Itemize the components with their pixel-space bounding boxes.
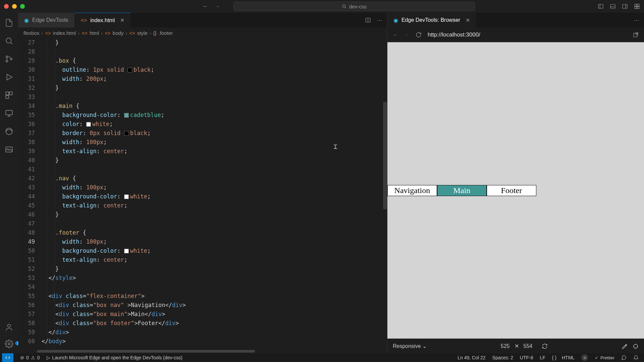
layout-panel-left-icon[interactable]: [598, 3, 604, 9]
code-line[interactable]: 45 text-align: center;: [18, 201, 387, 210]
viewport-height[interactable]: 554: [524, 343, 533, 349]
eyedropper-icon[interactable]: [622, 343, 628, 349]
code-line[interactable]: 31 width: 200px;: [18, 74, 387, 83]
breadcrumb-item[interactable]: .footer: [159, 30, 173, 36]
feedback-icon[interactable]: [618, 354, 630, 361]
breadcrumb-item[interactable]: style: [137, 30, 148, 36]
language-status[interactable]: { } HTML: [549, 354, 578, 361]
remote-explorer-icon[interactable]: [4, 109, 14, 118]
cursor-position[interactable]: Ln 49, Col 22: [454, 354, 489, 361]
code-line[interactable]: 34 .main {: [18, 102, 387, 111]
window-controls: [4, 4, 25, 9]
code-line[interactable]: 54: [18, 283, 387, 292]
code-line[interactable]: 55 <div class="flex-container">: [18, 292, 387, 301]
viewport-width[interactable]: 525: [501, 343, 510, 349]
code-line[interactable]: 49 width: 100px;: [18, 237, 387, 246]
run-debug-icon[interactable]: [4, 72, 14, 82]
notifications-icon[interactable]: [630, 354, 642, 361]
code-line[interactable]: 35 background-color: cadetblue;: [18, 111, 387, 120]
open-external-icon[interactable]: [633, 32, 639, 38]
layout-panel-bottom-icon[interactable]: [610, 3, 616, 9]
explorer-icon[interactable]: [4, 18, 14, 27]
more-icon[interactable]: ⋯: [634, 17, 639, 23]
extensions-icon[interactable]: [4, 90, 14, 100]
account-icon[interactable]: [4, 322, 14, 332]
prettier-status[interactable]: ✓ Prettier: [591, 354, 618, 361]
breadcrumb-item[interactable]: index.html: [53, 30, 76, 36]
code-line[interactable]: 43 width: 100px;: [18, 183, 387, 192]
rotate-icon[interactable]: [542, 343, 548, 349]
svg-rect-10: [635, 7, 637, 9]
code-line[interactable]: 39 text-align: center;: [18, 147, 387, 156]
code-line[interactable]: 48 .footer {: [18, 228, 387, 237]
breadcrumbs[interactable]: flexbox› <>index.html› <>html› <>body› <…: [18, 27, 387, 38]
code-line[interactable]: 47: [18, 219, 387, 228]
device-mode-select[interactable]: Responsive ⌄: [393, 343, 427, 349]
code-line[interactable]: 30 outline: 1px solid black;: [18, 65, 387, 74]
close-icon[interactable]: ✕: [466, 17, 470, 23]
code-line[interactable]: 29 .box {: [18, 56, 387, 65]
screenshot-icon[interactable]: [4, 145, 14, 154]
svg-rect-8: [635, 4, 637, 6]
launch-task[interactable]: ▷ Launch Microsoft Edge and open the Edg…: [43, 355, 186, 360]
minimize-window-icon[interactable]: [12, 4, 17, 9]
indent-status[interactable]: Spaces: 2: [489, 354, 517, 361]
code-line[interactable]: 58 <div class="box footer">Footer</div>: [18, 319, 387, 328]
breadcrumb-item[interactable]: body: [113, 30, 124, 36]
eol-status[interactable]: LF: [536, 354, 548, 361]
code-line[interactable]: 44 background-color: white;: [18, 192, 387, 201]
code-line[interactable]: 59 </div>: [18, 328, 387, 337]
code-line[interactable]: 56 <div class="box nav" >Navigation</div…: [18, 301, 387, 310]
code-line[interactable]: 32 }: [18, 83, 387, 93]
editor-tabs: ◉ Edge DevTools <> index.html ✕ ⋯: [18, 13, 387, 27]
back-icon[interactable]: ←: [203, 3, 208, 9]
reload-icon[interactable]: [416, 32, 422, 38]
problems-status[interactable]: ⊘0 ⚠0: [17, 355, 43, 360]
breadcrumb-item[interactable]: html: [90, 30, 99, 36]
copilot-icon[interactable]: ⌾: [578, 354, 591, 361]
code-line[interactable]: 42 .nav {: [18, 174, 387, 183]
encoding-status[interactable]: UTF-8: [517, 354, 537, 361]
code-line[interactable]: 50 background-color: white;: [18, 246, 387, 255]
search-icon[interactable]: [4, 36, 14, 46]
code-line[interactable]: 41: [18, 165, 387, 174]
close-icon[interactable]: ✕: [120, 17, 124, 23]
code-line[interactable]: 40 }: [18, 156, 387, 165]
layout-customize-icon[interactable]: [634, 3, 640, 9]
source-control-icon[interactable]: [4, 54, 14, 64]
more-icon[interactable]: ⋯: [377, 17, 382, 23]
code-line[interactable]: 53 </style>: [18, 274, 387, 283]
command-center[interactable]: dev-css: [233, 2, 475, 11]
code-line[interactable]: 27 }: [18, 38, 387, 47]
code-editor[interactable]: 27 }2829 .box {30 outline: 1px solid bla…: [18, 38, 387, 349]
code-line[interactable]: 60</body>: [18, 337, 387, 346]
preview-viewport[interactable]: Navigation Main Footer: [387, 42, 644, 339]
edge-devtools-icon[interactable]: [4, 127, 14, 136]
code-line[interactable]: 38 width: 100px;: [18, 138, 387, 147]
horizontal-scrollbar[interactable]: [18, 349, 387, 353]
tab-devtools[interactable]: ◉ Edge DevTools: [18, 13, 75, 27]
remote-indicator[interactable]: [2, 353, 13, 362]
code-line[interactable]: 52 }: [18, 264, 387, 274]
code-line[interactable]: 51 text-align: center;: [18, 255, 387, 264]
layout-panel-right-icon[interactable]: [622, 3, 628, 9]
inspect-icon[interactable]: [633, 343, 639, 349]
address-bar[interactable]: http://localhost:3000/: [428, 32, 627, 38]
maximize-window-icon[interactable]: [20, 4, 25, 9]
code-line[interactable]: 33: [18, 93, 387, 102]
settings-icon[interactable]: 1: [4, 339, 14, 349]
code-line[interactable]: 37 border: 0px solid black;: [18, 129, 387, 138]
code-line[interactable]: 36 color: white;: [18, 120, 387, 129]
breadcrumb-item[interactable]: flexbox: [23, 30, 40, 36]
split-editor-icon[interactable]: [365, 17, 371, 23]
browser-back-icon[interactable]: ←: [393, 32, 398, 38]
scrollbar-thumb[interactable]: [383, 102, 387, 209]
browser-forward-icon: →: [404, 32, 410, 38]
code-line[interactable]: 28: [18, 47, 387, 56]
svg-point-0: [342, 5, 345, 7]
code-line[interactable]: 46 }: [18, 210, 387, 219]
tab-indexhtml[interactable]: <> index.html ✕: [75, 13, 131, 27]
close-window-icon[interactable]: [4, 4, 9, 9]
code-line[interactable]: 57 <div class="box main">Main</div>: [18, 310, 387, 319]
tab-browser[interactable]: ◉ Edge DevTools: Browser ✕: [387, 13, 476, 27]
